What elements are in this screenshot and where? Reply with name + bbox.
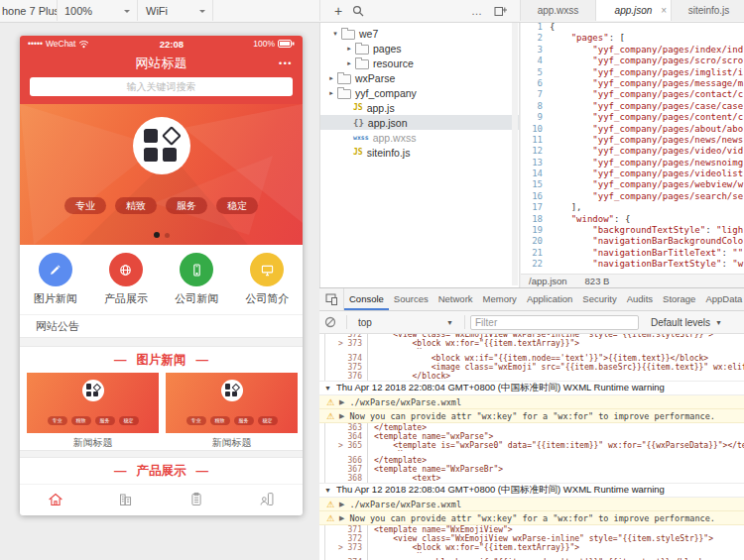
code-line: 5 "yyf_company/pages/imglist/i [521, 67, 744, 78]
grid-item-公司简介[interactable]: 公司简介 [232, 245, 303, 314]
carrier-signal: ••••• WeChat [28, 39, 89, 49]
tree-item-app.js[interactable]: JSapp.js [320, 100, 519, 115]
devtools-tab-console[interactable]: Console [344, 288, 389, 310]
site-notice[interactable]: 网站公告 [20, 314, 303, 337]
devtools-tab-sources[interactable]: Sources [389, 288, 434, 310]
news-card[interactable]: 专业精致服务稳定新闻标题 [166, 373, 298, 450]
zoom-selector[interactable]: 100% [58, 0, 138, 21]
expand-arrow-icon[interactable]: ▶ [339, 501, 344, 508]
context-selector-label: top [358, 317, 372, 328]
collapsed-arrow-icon[interactable]: ▸ [344, 59, 354, 67]
collapsed-arrow-icon[interactable]: ▸ [326, 74, 336, 82]
expand-arrow-icon[interactable]: ▶ [339, 514, 344, 522]
console-warning-row[interactable]: ⚠▶Now you can provide attr "wx:key" for … [319, 511, 744, 525]
console-warning-row[interactable]: ⚠▶Now you can provide attr "wx:key" for … [319, 409, 744, 423]
tree-item-wxParse[interactable]: ▸wxParse [320, 70, 519, 85]
phone-tab-网站首页[interactable]: 网站首页 [20, 485, 90, 515]
string-token: "yyf_company/pages/contact/c [592, 89, 743, 99]
collapsed-arrow-icon[interactable]: ▸ [344, 45, 354, 53]
code-line: 14 "yyf_company/pages/videolist [521, 168, 744, 179]
carousel-dot[interactable] [165, 233, 170, 238]
grid-item-产品展示[interactable]: 产品展示 [90, 245, 161, 314]
tree-item-app.wxss[interactable]: wxssapp.wxss [320, 130, 519, 145]
json-icon: {} [353, 118, 364, 128]
devtools-tab-network[interactable]: Network [434, 288, 478, 310]
hero-banner[interactable]: 专业精致服务稳定 [20, 104, 303, 245]
console-line-number: 368 [324, 474, 368, 483]
carrier-label: WeChat [46, 39, 76, 49]
code-editor[interactable]: 1{2 "pages": [3 "yyf_company/pages/index… [521, 22, 744, 274]
grid-item-公司新闻[interactable]: 公司新闻 [162, 245, 232, 314]
notice-label: 网站公告 [36, 319, 79, 334]
devtools-tab-appdata[interactable]: AppData [700, 288, 744, 310]
log-levels-selector[interactable]: Default levels ▼ [651, 317, 722, 328]
editor-tab-label: siteinfo.js [688, 5, 730, 16]
network-selector[interactable]: WiFi [139, 0, 213, 21]
phone-tab-我要咨询[interactable]: 我要咨询 [162, 485, 232, 515]
device-selector[interactable]: hone 7 Plus [0, 0, 58, 21]
tree-item-resource[interactable]: ▸resource [320, 56, 519, 70]
devtools-tab-security[interactable]: Security [577, 288, 621, 310]
device-toolbar-icon [325, 293, 338, 305]
explorer-scrollbar[interactable] [512, 22, 518, 285]
search-files-button[interactable] [349, 0, 367, 21]
split-editor-button[interactable] [490, 0, 510, 21]
tree-item-siteinfo.js[interactable]: JSsiteinfo.js [320, 145, 519, 160]
dash-decoration: — [196, 353, 209, 367]
line-number: 20 [521, 236, 550, 247]
tree-item-label: app.json [368, 117, 408, 129]
search-input[interactable]: 输入关键词搜索 [30, 77, 293, 96]
tree-item-we7[interactable]: ▾we7 [320, 26, 519, 41]
news-card[interactable]: 专业精致服务稳定新闻标题 [27, 373, 159, 450]
console-group-header[interactable]: ▼Thu Apr 12 2018 22:08:04 GMT+0800 (中国标准… [319, 381, 744, 395]
console-group-header[interactable]: ▼Thu Apr 12 2018 22:08:04 GMT+0800 (中国标准… [319, 483, 744, 498]
console-code-text: <block wx:for="{{item.textArray}}"> [368, 339, 579, 348]
tree-item-yyf_company[interactable]: ▸yyf_company [320, 85, 519, 100]
console-filter-input[interactable] [470, 315, 639, 330]
collapsed-arrow-icon[interactable]: ▸ [326, 89, 336, 97]
line-number: 2 [521, 33, 550, 44]
file-path-label: /app.json [529, 276, 567, 286]
close-tab-icon[interactable]: × [661, 0, 667, 21]
collapse-arrow-icon[interactable]: ▼ [324, 487, 331, 494]
console-warning-row[interactable]: ⚠▶./wxParse/wxParse.wxml [319, 498, 744, 511]
devtools-panel: ConsoleSourcesNetworkMemoryApplicationSe… [319, 287, 744, 560]
monitor-icon [250, 253, 284, 286]
code-line: 7 "yyf_company/pages/contact/c [521, 89, 744, 100]
editor-tab-app.json[interactable]: app.json× [595, 0, 671, 21]
file-size-label: 823 B [585, 276, 610, 286]
phone-tab-联系我们[interactable]: 联系我们 [232, 485, 303, 515]
devtools-tab-audits[interactable]: Audits [622, 288, 658, 310]
code-line: 15 "yyf_company/pages/webview/w [521, 179, 744, 190]
devtools-tab-application[interactable]: Application [522, 288, 577, 310]
tree-item-pages[interactable]: ▸pages [320, 41, 519, 56]
expanded-arrow-icon[interactable]: ▾ [330, 30, 340, 38]
editor-more-button[interactable]: … [468, 0, 486, 21]
news-card-scroller[interactable]: 专业精致服务稳定新闻标题专业精致服务稳定新闻标题 [20, 373, 303, 450]
toggle-device-toolbar-button[interactable] [319, 288, 344, 310]
grid-item-label: 公司简介 [245, 291, 289, 306]
console-warning-row[interactable]: ⚠▶./wxParse/wxParse.wxml [319, 395, 744, 409]
expand-arrow-icon[interactable]: ▶ [339, 398, 344, 406]
clear-console-button[interactable] [319, 316, 341, 328]
file-tree: ▾we7▸pages▸resource▸wxParse▸yyf_companyJ… [320, 26, 519, 160]
console-output[interactable]: 372 <view class="WxEmojiView wxParse-inl… [319, 334, 744, 560]
page-title: 网站标题 [136, 56, 187, 70]
nav-more-icon[interactable]: ••• [279, 52, 293, 75]
expand-arrow-icon[interactable]: ▶ [339, 412, 344, 420]
carousel-dot-active[interactable] [154, 232, 160, 238]
tree-item-label: app.js [367, 102, 395, 114]
tree-item-app.json[interactable]: {}app.json [320, 115, 519, 130]
grid-item-图片新闻[interactable]: 图片新闻 [20, 245, 90, 314]
editor-tab-siteinfo.js[interactable]: siteinfo.js [671, 0, 744, 21]
code-line: 2 "pages": [ [521, 33, 744, 44]
add-file-button[interactable]: + [329, 0, 347, 21]
devtools-tab-storage[interactable]: Storage [658, 288, 700, 310]
logo-square [86, 392, 91, 396]
phone-tab-公司简介[interactable]: 公司简介 [90, 485, 161, 515]
editor-tab-app.wxss[interactable]: app.wxss [520, 0, 595, 21]
collapse-arrow-icon[interactable]: ▼ [324, 385, 331, 392]
devtools-tab-memory[interactable]: Memory [478, 288, 522, 310]
folder-icon [337, 89, 351, 99]
context-selector[interactable]: top ▼ [352, 317, 459, 328]
